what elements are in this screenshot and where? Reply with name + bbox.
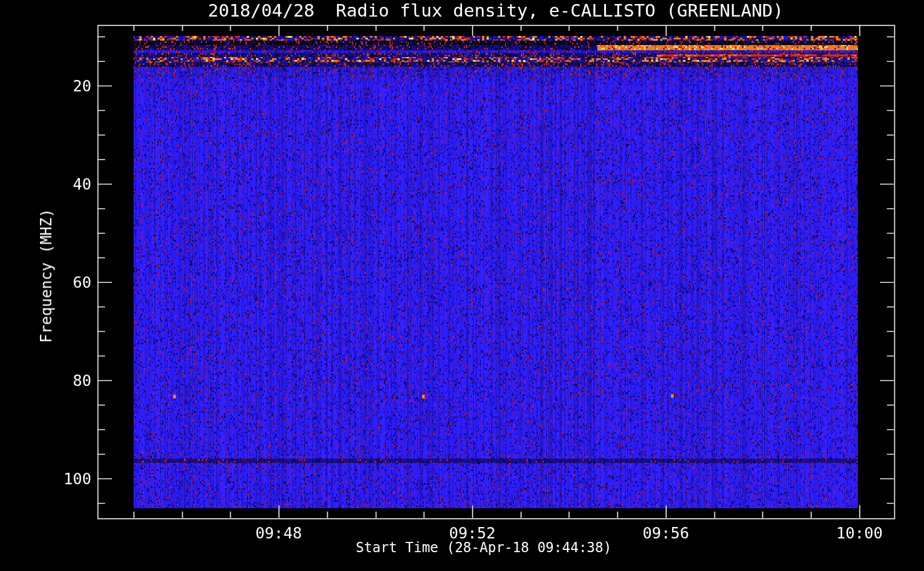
y-axis-title: Frequency (MHZ) xyxy=(38,209,55,343)
x-tick-label: 09:52 xyxy=(449,524,495,542)
x-tick-label: 09:56 xyxy=(642,524,689,542)
y-tick-label: 20 xyxy=(73,77,91,95)
y-tick-label: 100 xyxy=(63,470,91,488)
y-tick-label: 60 xyxy=(73,274,91,291)
callisto-spectrogram-screen: 2018/04/28 Radio flux density, e-CALLIST… xyxy=(0,0,924,571)
x-axis-title: Start Time (28-Apr-18 09:44:38) xyxy=(356,540,612,556)
y-tick-label: 40 xyxy=(73,175,91,193)
y-tick-label: 80 xyxy=(73,372,91,389)
x-tick-label: 10:00 xyxy=(836,524,882,542)
spectrogram-canvas xyxy=(0,0,924,571)
x-tick-label: 09:48 xyxy=(255,524,302,542)
chart-title: 2018/04/28 Radio flux density, e-CALLIST… xyxy=(208,1,784,20)
